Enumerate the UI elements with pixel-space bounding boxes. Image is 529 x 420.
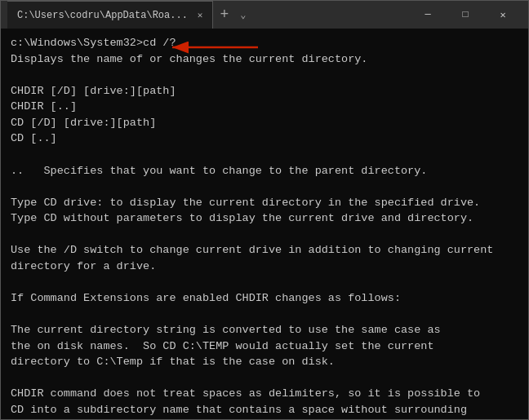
terminal-line: If Command Extensions are enabled CHDIR …: [11, 290, 518, 307]
terminal-line: [11, 274, 518, 290]
terminal-line: Displays the name of or changes the curr…: [11, 51, 518, 68]
terminal-line: CHDIR [/D] [drive:][path]: [11, 83, 518, 99]
minimize-button[interactable]: —: [409, 1, 447, 29]
terminal-line: CD [/D] [drive:][path]: [11, 115, 518, 131]
terminal-window: C:\Users\codru\AppData\Roa... ✕ + ⌄ — □ …: [0, 0, 529, 420]
terminal-line: [11, 179, 518, 195]
tab-dropdown-button[interactable]: ⌄: [235, 1, 251, 29]
terminal-body[interactable]: c:\Windows\System32>cd /?Displays the na…: [1, 29, 528, 419]
terminal-line: [11, 147, 518, 163]
terminal-tab[interactable]: C:\Users\codru\AppData\Roa... ✕: [7, 1, 213, 29]
terminal-line: CD [..]: [11, 130, 518, 147]
terminal-output: c:\Windows\System32>cd /?Displays the na…: [11, 35, 518, 419]
close-button[interactable]: ✕: [484, 1, 522, 29]
terminal-line: c:\Windows\System32>cd /?: [11, 35, 518, 51]
terminal-line: .. Specifies that you want to change to …: [11, 163, 518, 179]
terminal-line: [11, 307, 518, 323]
terminal-line: the name with quotes. For example:: [11, 418, 518, 420]
terminal-line: directory for a drive.: [11, 259, 518, 275]
tab-close-button[interactable]: ✕: [198, 10, 203, 20]
terminal-line: Type CD drive: to display the current di…: [11, 195, 518, 211]
maximize-button[interactable]: □: [447, 1, 484, 29]
terminal-line: Type CD without parameters to display th…: [11, 210, 518, 227]
terminal-line: Use the /D switch to change current driv…: [11, 242, 518, 259]
terminal-line: [11, 67, 518, 83]
window-controls: — □ ✕: [409, 1, 522, 29]
terminal-line: the on disk names. So CD C:\TEMP would a…: [11, 338, 518, 355]
tab-label: C:\Users\codru\AppData\Roa...: [17, 10, 188, 21]
new-tab-button[interactable]: +: [213, 1, 235, 29]
terminal-line: [11, 227, 518, 243]
terminal-line: CHDIR [..]: [11, 99, 518, 115]
terminal-line: CHDIR command does not treat spaces as d…: [11, 386, 518, 402]
terminal-line: CD into a subdirectory name that contain…: [11, 402, 518, 418]
terminal-line: directory to C:\Temp if that is the case…: [11, 354, 518, 370]
terminal-line: [11, 370, 518, 387]
terminal-line: The current directory string is converte…: [11, 322, 518, 338]
titlebar: C:\Users\codru\AppData\Roa... ✕ + ⌄ — □ …: [1, 1, 528, 29]
